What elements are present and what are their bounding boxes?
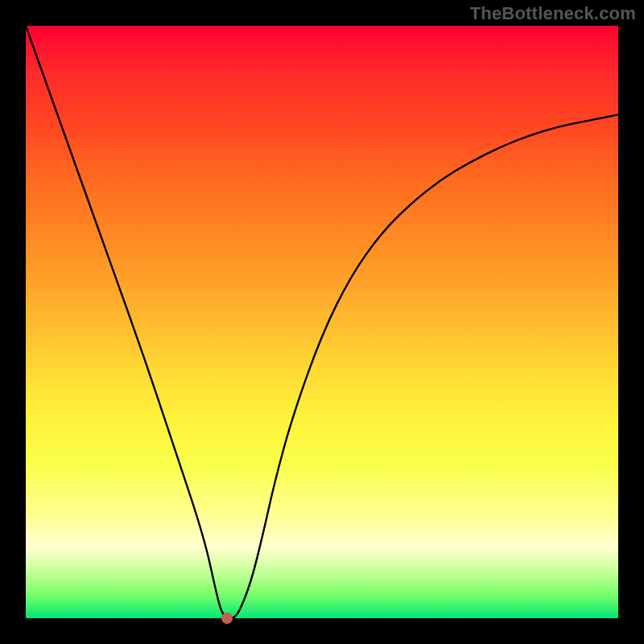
chart-frame: TheBottleneck.com [0, 0, 644, 644]
plot-area [26, 26, 618, 618]
min-marker [221, 613, 233, 624]
bottleneck-curve [26, 26, 618, 618]
watermark-text: TheBottleneck.com [470, 3, 636, 24]
